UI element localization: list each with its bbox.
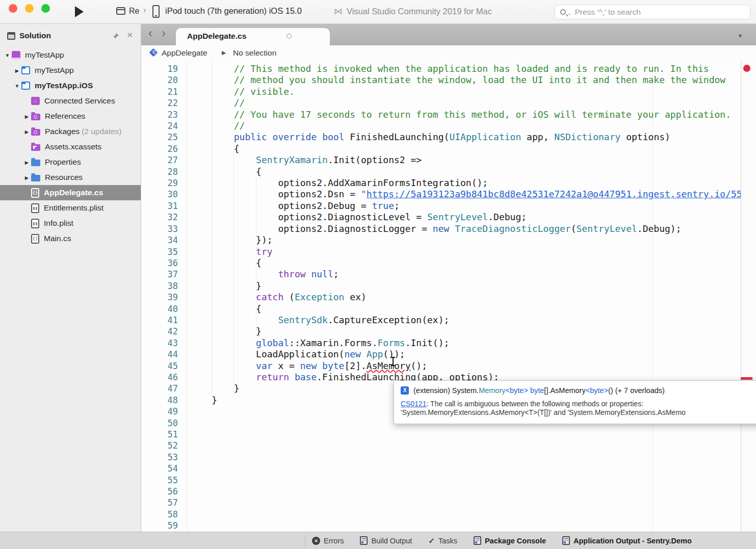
line-number[interactable]: 22 [141,97,178,109]
sidebar-item-appdelegate-cs[interactable]: {}AppDelegate.cs [0,185,141,200]
code-line-43[interactable]: 43 global::Xamarin.Forms.Forms.Init(); [141,337,741,349]
global-search[interactable]: ⌄ [555,5,750,19]
code-line-19[interactable]: 19 // This method is invoked when the ap… [141,63,741,74]
sidebar-item-info-plist[interactable]: Info.plist [0,216,141,231]
line-number[interactable]: 55 [141,475,178,486]
line-number[interactable]: 35 [141,246,178,257]
line-number[interactable]: 49 [141,406,178,417]
code-line-53[interactable]: 53 [141,452,741,463]
code-line-44[interactable]: 44 LoadApplication(new App()); [141,349,741,360]
error-indicator-icon[interactable] [743,65,750,72]
code-line-40[interactable]: 40 { [141,303,741,315]
line-number[interactable]: 45 [141,360,178,372]
line-number[interactable]: 43 [141,337,178,349]
line-number[interactable]: 34 [141,234,178,246]
tree-expanded-icon[interactable]: ▼ [3,53,12,58]
line-number[interactable]: 57 [141,497,178,508]
code-line-59[interactable]: 59 [141,520,741,531]
pad-button-tasks[interactable]: ✓Tasks [428,536,457,545]
code-line-28[interactable]: 28 { [141,166,741,177]
tree-collapsed-icon[interactable]: ▶ [22,160,31,165]
code-line-32[interactable]: 32 options2.DiagnosticLevel = SentryLeve… [141,212,741,223]
code-line-41[interactable]: 41 SentrySdk.CaptureException(ex); [141,315,741,326]
line-number[interactable]: 38 [141,280,178,292]
code-line-33[interactable]: 33 options2.DiagnosticLogger = new Trace… [141,223,741,234]
navigate-forward-button[interactable]: › [158,26,170,40]
pin-icon[interactable] [113,32,119,41]
line-number[interactable]: 33 [141,223,178,234]
code-line-22[interactable]: 22 // [141,97,741,109]
line-number[interactable]: 48 [141,395,178,406]
sidebar-item-references[interactable]: ▶References [0,109,141,124]
tree-collapsed-icon[interactable]: ▶ [13,68,21,73]
code-lines[interactable]: 19 // This method is invoked when the ap… [141,63,741,532]
line-number[interactable]: 25 [141,132,178,143]
line-number[interactable]: 53 [141,452,178,463]
pad-button-application-output-sentry-demo[interactable]: Application Output - Sentry.Demo [562,536,692,545]
scrollbar[interactable] [741,62,756,532]
code-line-30[interactable]: 30 options2.Dsn = "https://5a193123a9b84… [141,189,741,200]
close-window-button[interactable] [9,4,17,13]
tree-collapsed-icon[interactable]: ▶ [22,175,31,180]
error-code-link[interactable]: CS0121 [401,400,427,408]
line-number[interactable]: 32 [141,212,178,223]
breadcrumb-selection[interactable]: No selection [233,48,276,58]
code-line-23[interactable]: 23 // You have 17 seconds to return from… [141,109,741,120]
sidebar-item-entitlements-plist[interactable]: Entitlements.plist [0,200,141,216]
code-line-21[interactable]: 21 // visible. [141,86,741,97]
tree-expanded-icon[interactable]: ▼ [13,83,21,89]
error-position-marker[interactable] [741,377,752,380]
line-number[interactable]: 23 [141,109,178,120]
run-icon[interactable] [75,6,84,17]
line-number[interactable]: 47 [141,383,178,394]
code-line-54[interactable]: 54 [141,463,741,474]
tree-collapsed-icon[interactable]: ▶ [22,129,31,135]
code-line-25[interactable]: 25 public override bool FinishedLaunchin… [141,132,741,143]
line-number[interactable]: 58 [141,509,178,520]
code-line-26[interactable]: 26 { [141,143,741,154]
search-input[interactable] [575,8,727,17]
navigate-back-button[interactable]: ‹ [144,26,157,40]
zoom-window-button[interactable] [41,4,50,13]
pad-button-errors[interactable]: ✕Errors [312,537,344,545]
sidebar-item-mytestapp[interactable]: ▼myTestApp [0,47,141,63]
line-number[interactable]: 56 [141,486,178,497]
code-line-38[interactable]: 38 } [141,280,741,292]
line-number[interactable]: 26 [141,143,178,154]
line-number[interactable]: 54 [141,463,178,474]
code-line-31[interactable]: 31 options2.Debug = true; [141,200,741,212]
pad-button-build-output[interactable]: Build Output [360,536,412,545]
code-line-27[interactable]: 27 SentryXamarin.Init(options2 => [141,154,741,166]
code-line-56[interactable]: 56 [141,486,741,497]
code-line-29[interactable]: 29 options2.AddXamarinFormsIntegration()… [141,177,741,189]
sidebar-item-packages[interactable]: ▶Packages(2 updates) [0,124,141,139]
sidebar-item-mytestapp-ios[interactable]: ▼myTestApp.iOS [0,78,141,93]
sidebar-item-properties[interactable]: ▶Properties [0,154,141,170]
line-number[interactable]: 39 [141,292,178,303]
sidebar-item-assets-xcassets[interactable]: Assets.xcassets [0,139,141,154]
line-number[interactable]: 20 [141,74,178,86]
sidebar-item-resources[interactable]: ▶Resources [0,170,141,185]
line-number[interactable]: 36 [141,257,178,269]
code-line-39[interactable]: 39 catch (Exception ex) [141,292,741,303]
code-line-58[interactable]: 58 [141,509,741,520]
code-line-51[interactable]: 51 [141,429,741,440]
device-selector[interactable]: iPod touch (7th generation) iOS 15.0 [165,6,302,16]
line-number[interactable]: 37 [141,269,178,280]
sidebar-item-mytestapp[interactable]: ▶myTestApp [0,63,141,78]
tab-list-dropdown-icon[interactable]: ▾ [739,32,742,39]
sidebar-item-main-cs[interactable]: {}Main.cs [0,231,141,246]
code-line-55[interactable]: 55 [141,475,741,486]
line-number[interactable]: 46 [141,372,178,383]
line-number[interactable]: 44 [141,349,178,360]
tab-appdelegate[interactable]: AppDelegate.cs [176,28,330,45]
line-number[interactable]: 27 [141,154,178,166]
line-number[interactable]: 40 [141,303,178,315]
tab-modified-icon[interactable] [286,34,292,39]
code-line-42[interactable]: 42 } [141,326,741,337]
code-line-57[interactable]: 57 [141,497,741,508]
close-icon[interactable]: ✕ [126,31,133,40]
code-line-35[interactable]: 35 try [141,246,741,257]
code-line-20[interactable]: 20 // method you should instantiate the … [141,74,741,86]
line-number[interactable]: 41 [141,315,178,326]
